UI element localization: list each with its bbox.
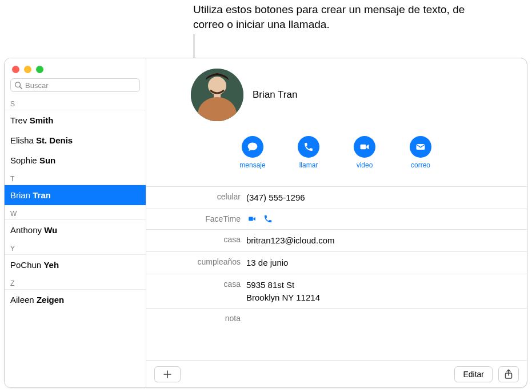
message-button[interactable]: mensaje [236,136,269,169]
mail-button[interactable]: correo [404,136,437,169]
svg-rect-7 [417,144,425,150]
sidebar-item[interactable]: Anthony Wu [5,220,146,240]
section-header: Z [5,276,146,290]
phone-icon [303,142,314,152]
window-controls [5,58,146,66]
sidebar-item[interactable]: PoChun Yeh [5,255,146,275]
bottom-toolbar: Editar [146,360,527,387]
field-email: casa britran123@icloud.com [146,229,527,251]
field-label: cumpleaños [146,257,246,268]
field-value: 13 de junio [246,257,527,269]
sidebar: Buscar S Trev Smith Elisha St. Denis Sop… [5,58,146,387]
search-input[interactable]: Buscar [10,78,140,92]
section-header: Y [5,241,146,255]
svg-rect-6 [361,145,366,149]
facetime-video-icon[interactable] [246,215,258,223]
share-button[interactable] [498,366,519,382]
add-button[interactable] [154,366,181,382]
field-mobile: celular (347) 555-1296 [146,186,527,209]
contact-detail: Brian Tran mensaje [146,58,527,387]
call-button[interactable]: llamar [292,136,325,169]
sidebar-item[interactable]: Aileen Zeigen [5,290,146,310]
field-facetime: FaceTime [146,209,527,230]
mail-icon [415,141,426,153]
field-label: celular [146,191,246,203]
search-icon [14,81,22,89]
sidebar-item[interactable]: Trev Smith [5,110,146,130]
field-value[interactable]: 5935 81st St Brooklyn NY 11214 [246,279,527,304]
contacts-window: Buscar S Trev Smith Elisha St. Denis Sop… [4,58,527,388]
mail-label: correo [411,161,430,169]
field-value[interactable]: britran123@icloud.com [246,234,527,247]
sidebar-item[interactable]: Sophie Sun [5,150,146,170]
message-label: mensaje [239,161,265,169]
svg-rect-8 [249,217,253,221]
svg-line-1 [20,87,22,89]
section-header: W [5,206,146,220]
svg-point-3 [208,77,226,95]
field-note: nota [146,308,527,329]
call-label: llamar [299,161,318,169]
share-icon [504,369,513,379]
search-placeholder: Buscar [25,81,136,90]
field-label: casa [146,234,246,246]
field-label: casa [146,279,246,290]
video-icon [359,141,370,153]
sidebar-item-selected[interactable]: Brian Tran [5,185,146,205]
message-icon [247,141,258,153]
plus-icon [163,370,172,379]
field-label: FaceTime [146,214,246,225]
field-label: nota [146,313,246,325]
field-value[interactable]: (347) 555-1296 [246,191,527,204]
video-label: video [357,161,373,169]
facetime-audio-icon[interactable] [263,214,273,223]
field-address: casa 5935 81st St Brooklyn NY 11214 [146,274,527,309]
sidebar-item[interactable]: Elisha St. Denis [5,130,146,150]
field-birthday: cumpleaños 13 de junio [146,251,527,274]
section-header: S [5,97,146,110]
video-button[interactable]: video [348,136,381,169]
avatar[interactable] [191,69,243,121]
contact-name: Brian Tran [253,89,297,101]
callout-text: Utiliza estos botones para crear un mens… [193,2,479,31]
edit-button[interactable]: Editar [454,366,493,382]
section-header: T [5,171,146,185]
